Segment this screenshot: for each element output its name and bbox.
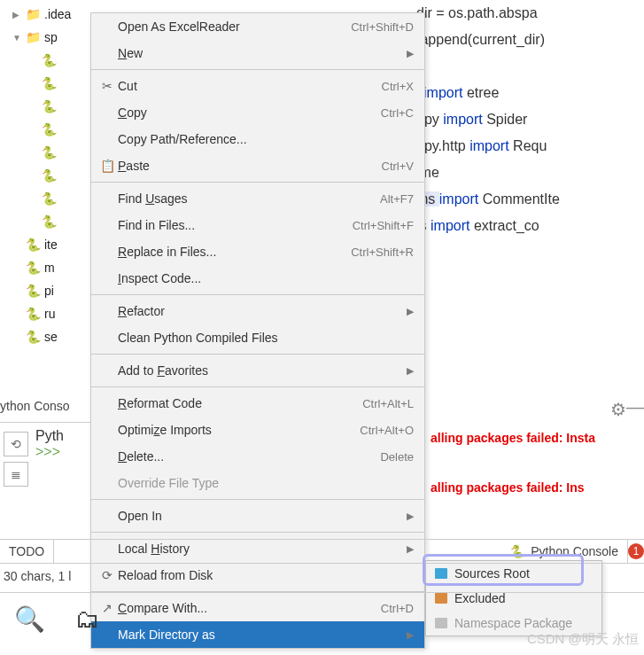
python-file-icon: 🐍 [25, 307, 41, 321]
search-button[interactable]: 🔍 [0, 597, 58, 643]
chevron-right-icon: ▶ [407, 306, 414, 317]
chevron-right-icon: ▶ [407, 365, 414, 377]
tree-label: pi [44, 284, 54, 298]
console-tab-label: Pyth [35, 428, 90, 444]
menu-shortcut: Ctrl+C [381, 106, 414, 120]
menu-label: Copy Path/Reference... [116, 132, 414, 146]
tree-item[interactable]: 🐍se [0, 325, 90, 348]
menu-item[interactable]: CopyCtrl+C [91, 99, 424, 126]
menu-label: Delete... [116, 449, 380, 464]
menu-item[interactable]: Add to Favorites▶ [91, 357, 424, 384]
status-bar: 30 chars, 1 l [0, 569, 71, 583]
menu-item[interactable]: Reformat CodeCtrl+Alt+L [91, 390, 424, 417]
menu-label: Open As ExcelReader [116, 19, 351, 34]
python-file-icon: 🐍 [25, 330, 41, 344]
python-file-icon: 🐍 [41, 122, 57, 136]
tree-item[interactable]: 🐍 [0, 49, 90, 72]
menu-item[interactable]: Find UsagesAlt+F7 [91, 185, 424, 212]
cut-icon: ✂ [98, 79, 116, 93]
menu-item[interactable]: Optimize ImportsCtrl+Alt+O [91, 417, 424, 443]
menu-label: Copy [116, 105, 381, 120]
chevron-right-icon: ▶ [407, 511, 414, 522]
menu-label: Open In [116, 509, 407, 523]
tree-item[interactable]: 🐍 [0, 187, 90, 210]
tree-item[interactable]: 🐍 [0, 72, 90, 95]
tool-window-tabs[interactable]: TODO 🐍Python Console 1 [0, 539, 644, 564]
menu-item[interactable]: Refactor▶ [91, 298, 424, 324]
tree-item[interactable]: 🐍 [0, 118, 90, 141]
menu-item[interactable]: 📋PasteCtrl+V [91, 152, 424, 179]
menu-shortcut: Ctrl+V [382, 160, 414, 173]
explorer-button[interactable]: 🗂 [58, 597, 117, 643]
hide-icon[interactable]: — [626, 397, 644, 417]
menu-item[interactable]: Inspect Code... [91, 265, 424, 292]
chevron-right-icon: ▶ [12, 10, 21, 19]
python-file-icon: 🐍 [41, 191, 57, 206]
folder-icon: 📁 [25, 7, 41, 21]
menu-label: New [116, 46, 407, 60]
tree-item[interactable]: 🐍ru [0, 302, 90, 325]
menu-item[interactable]: Copy Path/Reference... [91, 126, 424, 152]
tree-item[interactable]: 🐍m [0, 256, 90, 279]
python-file-icon: 🐍 [41, 53, 57, 67]
menu-label: Find Usages [116, 191, 380, 206]
menu-label: Optimize Imports [116, 423, 360, 437]
console-restart-button[interactable]: ⟲ [4, 432, 28, 456]
tree-label: ru [44, 307, 55, 321]
tree-item[interactable]: 🐍 [0, 95, 90, 118]
menu-item[interactable]: Clean Python Compiled Files [91, 324, 424, 351]
console-soft-wrap-button[interactable]: ≣ [4, 462, 28, 487]
error-message: alling packages failed: Insta [431, 431, 595, 445]
menu-shortcut: Delete [380, 450, 414, 464]
tree-item[interactable]: ▶📁.idea [0, 3, 90, 26]
python-file-icon: 🐍 [25, 238, 41, 252]
tree-item[interactable]: 🐍 [0, 210, 90, 233]
menu-item[interactable]: Find in Files...Ctrl+Shift+F [91, 212, 424, 238]
tree-item[interactable]: 🐍 [0, 141, 90, 164]
paste-icon: 📋 [98, 159, 116, 173]
menu-label: Find in Files... [116, 218, 353, 232]
python-file-icon: 🐍 [41, 76, 57, 90]
python-file-icon: 🐍 [41, 145, 57, 160]
tab-python-console[interactable]: 🐍Python Console [501, 540, 628, 563]
python-file-icon: 🐍 [41, 99, 57, 113]
menu-shortcut: Alt+F7 [380, 192, 414, 206]
menu-item[interactable]: Replace in Files...Ctrl+Shift+R [91, 238, 424, 265]
menu-item[interactable]: ✂CutCtrl+X [91, 73, 424, 99]
submenu-item[interactable]: Sources Root [426, 561, 601, 586]
menu-label: Refactor [116, 304, 407, 318]
python-file-icon: 🐍 [41, 214, 57, 229]
menu-item[interactable]: New▶ [91, 40, 424, 66]
chevron-right-icon: ▶ [407, 48, 414, 59]
menu-label: Replace in Files... [116, 245, 351, 259]
tree-item[interactable]: ▼📁sp [0, 26, 90, 49]
tab-todo[interactable]: TODO [0, 540, 54, 563]
menu-item[interactable]: Open As ExcelReaderCtrl+Shift+D [91, 13, 424, 40]
tree-label: ite [44, 238, 58, 252]
watermark: CSDN @明天 永恒 [527, 631, 639, 648]
gear-icon[interactable]: ⚙ [610, 399, 626, 420]
tree-item[interactable]: 🐍 [0, 164, 90, 187]
python-icon: 🐍 [510, 544, 525, 558]
menu-item[interactable]: ⟳Reload from Disk [91, 562, 424, 589]
tree-item[interactable]: 🐍ite [0, 233, 90, 256]
tab-label: Python Console [531, 544, 618, 558]
python-console-header: ython Conso [0, 399, 90, 413]
menu-shortcut: Ctrl+Alt+O [360, 424, 414, 437]
error-message: alling packages failed: Ins [431, 480, 585, 495]
python-console[interactable]: ⟲ ≣ Pyth >>> [0, 422, 90, 490]
project-tree[interactable]: ▶📁.idea ▼📁sp 🐍 🐍 🐍 🐍 🐍 🐍 🐍 🐍 🐍ite 🐍m 🐍pi… [0, 0, 90, 348]
menu-item[interactable]: Delete...Delete [91, 443, 424, 470]
menu-label: Paste [116, 159, 382, 173]
notification-badge[interactable]: 1 [628, 543, 644, 559]
reload-icon: ⟳ [98, 568, 116, 582]
submenu-label: Sources Root [454, 566, 530, 581]
code-editor[interactable]: dir = os.path.abspa.append(current_dir)e… [416, 0, 644, 239]
menu-label: Add to Favorites [116, 363, 407, 378]
folder-icon: 📁 [25, 30, 41, 44]
menu-item[interactable]: Override File Type [91, 470, 424, 496]
tree-item[interactable]: 🐍pi [0, 279, 90, 302]
menu-item[interactable]: Open In▶ [91, 503, 424, 529]
menu-label: Override File Type [116, 476, 414, 490]
tab-label: TODO [9, 544, 44, 558]
